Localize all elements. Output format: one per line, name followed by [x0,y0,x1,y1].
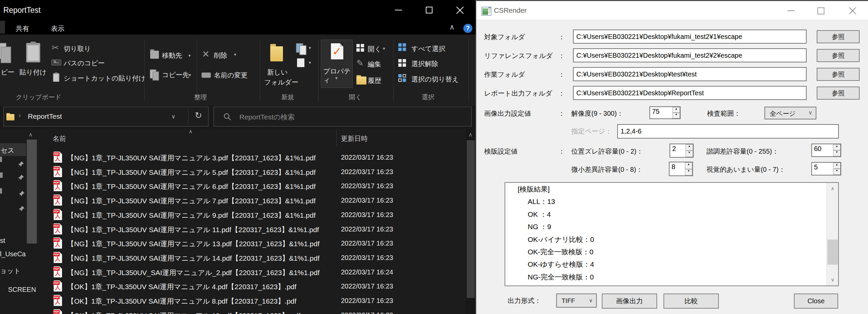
easy-access-icon[interactable] [297,58,304,67]
compare-button[interactable]: 比較 [663,293,719,309]
explorer-maximize-button[interactable] [417,0,441,21]
rename-button[interactable]: 名前の変更 [214,71,247,80]
file-row[interactable]: PDF 人 【NG】1章_TP-JL350UV SAI運用マニュアル 6.pdf… [38,179,466,194]
easy-access-dropdown-icon[interactable]: ▾ [309,60,311,65]
spin-up-icon[interactable]: ▲ [833,163,840,169]
help-icon[interactable]: ? [463,24,472,33]
file-row[interactable]: PDF 人 【NG】1章_TP-JL350UV SAI運用マニュアル 5.pdf… [38,165,466,179]
spin-down-icon[interactable]: ▼ [685,169,692,176]
edit-button[interactable]: 編集 [368,60,381,69]
explorer-close-button[interactable] [448,0,472,21]
new-item-dropdown-icon[interactable]: ▾ [309,45,311,50]
browse-button[interactable]: 参照 [817,30,860,43]
new-item-icon[interactable] [296,43,307,55]
copy-to-dropdown-icon[interactable]: ▾ [189,73,191,78]
column-header-date[interactable]: 更新日時 [341,134,368,143]
invert-selection-button[interactable]: 選択の切り替え [411,75,459,84]
new-folder-button[interactable]: 新しい [267,68,288,77]
file-row[interactable]: PDF 人 【OK】1章_TP-JL350UV SAI運用マニュアル 10.pd… [38,308,466,314]
spin-down-icon[interactable]: ▼ [833,150,840,156]
spin-down-icon[interactable]: ▼ [686,151,693,157]
pos-tolerance-spinner[interactable]: 2 ▲▼ [670,144,694,158]
move-to-button[interactable]: 移動先 [162,51,182,60]
csrender-titlebar[interactable]: CSRender [476,0,868,20]
spin-down-icon[interactable]: ▼ [833,169,840,175]
open-dropdown-icon[interactable]: ▾ [383,46,385,51]
copy-icon[interactable] [0,43,13,64]
file-row[interactable]: PDF 人 【NG】1章_TP-JL350UV SAI運用マニュアル 14.pd… [38,251,466,265]
spin-up-icon[interactable]: ▲ [833,144,840,150]
tab-view[interactable]: 表示 [51,24,64,33]
copy-path-button[interactable]: パスのコピー [64,59,104,68]
explorer-minimize-button[interactable] [386,0,410,21]
spin-up-icon[interactable]: ▲ [673,107,680,113]
file-row[interactable]: PDF 人 【NG】1章_TP-JL350UV_SAI運用マニュアル_2.pdf… [38,265,466,280]
browse-button[interactable]: 参照 [817,87,860,99]
results-scrollbar-thumb[interactable] [828,239,838,265]
paste-button[interactable]: 貼り付け [20,68,46,77]
csrender-close-icon[interactable] [849,7,856,15]
file-row[interactable]: PDF 人 【NG】1章_TP-JL350UV SAI運用マニュアル 7.pdf… [38,194,466,208]
file-row[interactable]: PDF 人 【OK】1章_TP-JL350UV SAI運用マニュアル 4.pdf… [38,280,466,294]
folder-path-input[interactable]: C:¥Users¥EB030221¥Desktop¥ReportTest [573,86,807,100]
folder-path-input[interactable]: C:¥Users¥EB030221¥Desktop¥fukami_test2¥2… [573,48,807,62]
copy-button[interactable]: コピー [0,68,14,77]
move-to-dropdown-icon[interactable]: ▾ [188,53,191,58]
scroll-down-icon[interactable]: ∨ [827,277,838,283]
folder-path-input[interactable]: C:¥Users¥EB030221¥Desktop¥test¥test [573,67,807,81]
resolution-spinner[interactable]: 75 ▲▼ [649,106,681,119]
scroll-up-icon[interactable]: ∧ [468,131,472,138]
cut-button[interactable]: 切り取り [64,44,91,53]
sidebar-scrollbar-thumb[interactable] [27,140,37,244]
sidebar-item[interactable]: ョット [0,266,21,276]
paste-icon[interactable] [26,43,40,62]
file-row[interactable]: PDF 人 【NG】1章_TP-JL350UV SAI運用マニュアル 9.pdf… [38,208,466,222]
csrender-minimize-icon[interactable] [787,10,795,11]
tab-share[interactable]: 共有 [16,24,29,33]
csrender-maximize-icon[interactable] [817,7,825,15]
file-row[interactable]: PDF 人 【NG】1章_TP-JL350UV SAI運用マニュアル 3.pdf… [38,151,466,165]
select-none-button[interactable]: 選択解除 [411,59,438,68]
browse-button[interactable]: 参照 [817,49,860,62]
paste-shortcut-button[interactable]: ショートカットの貼り付け [64,74,146,83]
properties-button[interactable]: ✓ プロパティ ▾ [321,39,353,88]
history-button[interactable]: 履歴 [368,76,381,85]
tab-file-stub[interactable] [0,21,5,33]
sidebar-item[interactable]: st [0,237,5,245]
spin-up-icon[interactable]: ▲ [685,162,692,169]
output-format-select[interactable]: TIFF ∨ [556,293,597,308]
results-scrollbar[interactable]: ∧ ∨ [827,183,838,285]
sidebar-item[interactable]: l_UseCa [0,250,26,258]
new-folder-button-line2[interactable]: フォルダー [264,78,299,87]
delete-button[interactable]: 削除 [214,51,227,60]
image-output-button[interactable]: 画像出力 [602,293,657,309]
column-header-name[interactable]: 名前 [53,134,66,143]
ribbon-collapse-icon[interactable]: ∧ [449,23,455,31]
scroll-up-icon[interactable]: ∧ [827,185,838,192]
explorer-titlebar[interactable]: ReportTest [0,0,476,21]
copy-to-button[interactable]: コピー先 [162,70,189,80]
search-box[interactable]: ReportTestの検索 [214,107,472,126]
select-all-button[interactable]: すべて選択 [411,44,445,53]
file-list-scrollbar[interactable]: ∧ [466,129,476,314]
open-button[interactable]: 開く [368,45,381,54]
refresh-icon[interactable]: ↻ [195,110,202,121]
pages-input[interactable]: 1,2,4-6 [617,124,839,139]
tone-tolerance-spinner[interactable]: 60 ▲▼ [811,144,841,157]
visual-tolerance-spinner[interactable]: 5 ▲▼ [811,162,841,175]
range-select[interactable]: 全ページ ∨ [765,107,816,119]
sidebar-scroll-up-icon[interactable]: ∧ [29,131,33,138]
spin-up-icon[interactable]: ▲ [686,144,693,151]
browse-button[interactable]: 参照 [817,68,860,81]
delete-dropdown-icon[interactable]: ▾ [234,52,236,57]
file-row[interactable]: PDF 人 【OK】1章_TP-JL350UV SAI運用マニュアル 8.pdf… [38,294,466,308]
file-row[interactable]: PDF 人 【NG】1章_TP-JL350UV SAI運用マニュアル 11.pd… [38,222,466,237]
sidebar-item[interactable]: SCREEN [8,286,36,293]
file-list-scrollbar-thumb[interactable] [467,140,475,298]
sort-ascending-icon[interactable]: ∧ [189,129,192,135]
folder-path-input[interactable]: C:¥Users¥EB030221¥Desktop¥fukami_test2¥1… [573,30,807,44]
micro-tolerance-spinner[interactable]: 8 ▲▼ [669,162,693,176]
breadcrumb[interactable]: ReportTest [28,112,62,120]
close-button[interactable]: Close [794,293,838,309]
spin-down-icon[interactable]: ▼ [673,113,680,118]
